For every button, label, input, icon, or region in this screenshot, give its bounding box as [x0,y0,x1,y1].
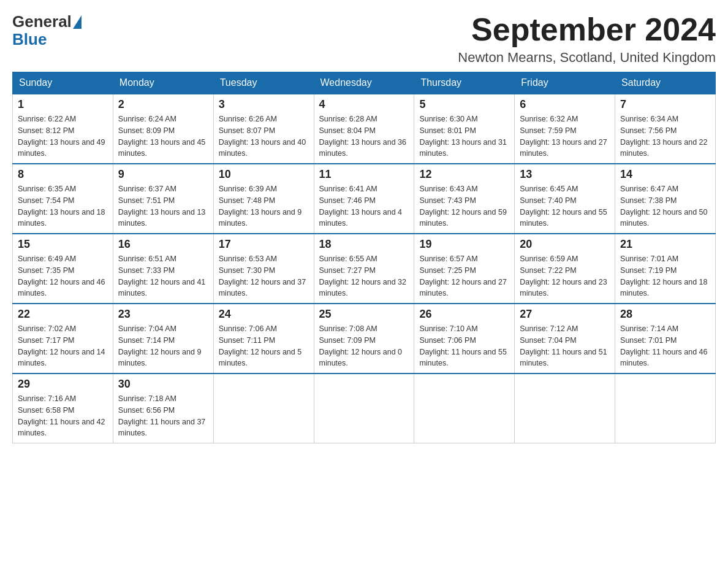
calendar-cell: 12Sunrise: 6:43 AMSunset: 7:43 PMDayligh… [414,164,515,234]
day-info: Sunrise: 7:02 AMSunset: 7:17 PMDaylight:… [18,323,108,369]
weekday-header-monday: Monday [113,72,213,94]
day-info: Sunrise: 6:39 AMSunset: 7:48 PMDaylight:… [219,183,309,229]
calendar-week-row: 8Sunrise: 6:35 AMSunset: 7:54 PMDaylight… [13,164,716,234]
day-number: 2 [118,98,208,111]
day-number: 4 [319,98,409,111]
day-number: 23 [118,308,208,321]
day-info: Sunrise: 7:06 AMSunset: 7:11 PMDaylight:… [219,323,309,369]
calendar-cell: 3Sunrise: 6:26 AMSunset: 8:07 PMDaylight… [213,94,314,164]
day-number: 29 [18,378,108,391]
calendar-table: SundayMondayTuesdayWednesdayThursdayFrid… [12,72,716,443]
calendar-cell: 13Sunrise: 6:45 AMSunset: 7:40 PMDayligh… [515,164,615,234]
day-number: 12 [419,168,509,181]
day-info: Sunrise: 7:04 AMSunset: 7:14 PMDaylight:… [118,323,208,369]
calendar-cell: 29Sunrise: 7:16 AMSunset: 6:58 PMDayligh… [13,373,113,443]
day-info: Sunrise: 6:41 AMSunset: 7:46 PMDaylight:… [319,183,409,229]
calendar-cell: 24Sunrise: 7:06 AMSunset: 7:11 PMDayligh… [213,304,314,373]
day-number: 7 [620,98,710,111]
weekday-header-tuesday: Tuesday [213,72,314,94]
weekday-header-saturday: Saturday [615,72,716,94]
calendar-cell [414,373,515,443]
calendar-cell: 15Sunrise: 6:49 AMSunset: 7:35 PMDayligh… [13,234,113,304]
day-number: 21 [620,238,710,251]
day-info: Sunrise: 6:26 AMSunset: 8:07 PMDaylight:… [219,113,309,159]
calendar-cell: 30Sunrise: 7:18 AMSunset: 6:56 PMDayligh… [113,373,213,443]
calendar-cell: 16Sunrise: 6:51 AMSunset: 7:33 PMDayligh… [113,234,213,304]
day-info: Sunrise: 7:18 AMSunset: 6:56 PMDaylight:… [118,393,208,439]
day-number: 13 [520,168,610,181]
day-number: 15 [18,238,108,251]
day-info: Sunrise: 6:28 AMSunset: 8:04 PMDaylight:… [319,113,409,159]
day-number: 10 [219,168,309,181]
day-info: Sunrise: 6:22 AMSunset: 8:12 PMDaylight:… [18,113,108,159]
day-info: Sunrise: 6:35 AMSunset: 7:54 PMDaylight:… [18,183,108,229]
calendar-cell: 28Sunrise: 7:14 AMSunset: 7:01 PMDayligh… [615,304,716,373]
calendar-cell: 27Sunrise: 7:12 AMSunset: 7:04 PMDayligh… [515,304,615,373]
day-number: 11 [319,168,409,181]
logo: General Blue [12,12,82,49]
calendar-cell: 25Sunrise: 7:08 AMSunset: 7:09 PMDayligh… [314,304,414,373]
day-info: Sunrise: 6:51 AMSunset: 7:33 PMDaylight:… [118,253,208,299]
calendar-cell: 10Sunrise: 6:39 AMSunset: 7:48 PMDayligh… [213,164,314,234]
calendar-cell [515,373,615,443]
calendar-week-row: 29Sunrise: 7:16 AMSunset: 6:58 PMDayligh… [13,373,716,443]
calendar-cell: 5Sunrise: 6:30 AMSunset: 8:01 PMDaylight… [414,94,515,164]
day-number: 9 [118,168,208,181]
calendar-cell: 22Sunrise: 7:02 AMSunset: 7:17 PMDayligh… [13,304,113,373]
calendar-cell: 18Sunrise: 6:55 AMSunset: 7:27 PMDayligh… [314,234,414,304]
weekday-header-sunday: Sunday [13,72,113,94]
calendar-cell: 9Sunrise: 6:37 AMSunset: 7:51 PMDaylight… [113,164,213,234]
calendar-cell: 21Sunrise: 7:01 AMSunset: 7:19 PMDayligh… [615,234,716,304]
calendar-cell: 4Sunrise: 6:28 AMSunset: 8:04 PMDaylight… [314,94,414,164]
logo-triangle-icon [73,15,82,29]
calendar-cell [213,373,314,443]
day-info: Sunrise: 6:32 AMSunset: 7:59 PMDaylight:… [520,113,610,159]
day-info: Sunrise: 6:53 AMSunset: 7:30 PMDaylight:… [219,253,309,299]
day-info: Sunrise: 6:34 AMSunset: 7:56 PMDaylight:… [620,113,710,159]
day-info: Sunrise: 7:08 AMSunset: 7:09 PMDaylight:… [319,323,409,369]
calendar-cell: 11Sunrise: 6:41 AMSunset: 7:46 PMDayligh… [314,164,414,234]
day-number: 26 [419,308,509,321]
day-number: 17 [219,238,309,251]
day-info: Sunrise: 6:49 AMSunset: 7:35 PMDaylight:… [18,253,108,299]
location-title: Newton Mearns, Scotland, United Kingdom [458,50,716,66]
day-number: 1 [18,98,108,111]
day-info: Sunrise: 7:14 AMSunset: 7:01 PMDaylight:… [620,323,710,369]
logo-general-text: General [12,12,72,31]
calendar-cell: 8Sunrise: 6:35 AMSunset: 7:54 PMDaylight… [13,164,113,234]
calendar-cell: 20Sunrise: 6:59 AMSunset: 7:22 PMDayligh… [515,234,615,304]
calendar-cell: 2Sunrise: 6:24 AMSunset: 8:09 PMDaylight… [113,94,213,164]
day-info: Sunrise: 7:12 AMSunset: 7:04 PMDaylight:… [520,323,610,369]
calendar-cell: 23Sunrise: 7:04 AMSunset: 7:14 PMDayligh… [113,304,213,373]
day-number: 28 [620,308,710,321]
day-number: 25 [319,308,409,321]
day-info: Sunrise: 6:59 AMSunset: 7:22 PMDaylight:… [520,253,610,299]
day-number: 18 [319,238,409,251]
day-info: Sunrise: 6:37 AMSunset: 7:51 PMDaylight:… [118,183,208,229]
logo-blue-text: Blue [12,30,47,49]
calendar-cell: 26Sunrise: 7:10 AMSunset: 7:06 PMDayligh… [414,304,515,373]
month-title: September 2024 [458,12,716,47]
day-info: Sunrise: 7:01 AMSunset: 7:19 PMDaylight:… [620,253,710,299]
day-info: Sunrise: 6:30 AMSunset: 8:01 PMDaylight:… [419,113,509,159]
calendar-cell: 19Sunrise: 6:57 AMSunset: 7:25 PMDayligh… [414,234,515,304]
day-number: 27 [520,308,610,321]
day-number: 3 [219,98,309,111]
day-number: 24 [219,308,309,321]
calendar-cell [615,373,716,443]
calendar-cell [314,373,414,443]
day-number: 22 [18,308,108,321]
weekday-header-thursday: Thursday [414,72,515,94]
page-header: General Blue September 2024 Newton Mearn… [12,12,716,66]
title-area: September 2024 Newton Mearns, Scotland, … [458,12,716,66]
day-info: Sunrise: 7:16 AMSunset: 6:58 PMDaylight:… [18,393,108,439]
day-info: Sunrise: 6:57 AMSunset: 7:25 PMDaylight:… [419,253,509,299]
calendar-cell: 1Sunrise: 6:22 AMSunset: 8:12 PMDaylight… [13,94,113,164]
day-info: Sunrise: 6:43 AMSunset: 7:43 PMDaylight:… [419,183,509,229]
day-info: Sunrise: 6:47 AMSunset: 7:38 PMDaylight:… [620,183,710,229]
day-info: Sunrise: 6:55 AMSunset: 7:27 PMDaylight:… [319,253,409,299]
day-number: 8 [18,168,108,181]
calendar-week-row: 15Sunrise: 6:49 AMSunset: 7:35 PMDayligh… [13,234,716,304]
calendar-cell: 17Sunrise: 6:53 AMSunset: 7:30 PMDayligh… [213,234,314,304]
day-number: 6 [520,98,610,111]
